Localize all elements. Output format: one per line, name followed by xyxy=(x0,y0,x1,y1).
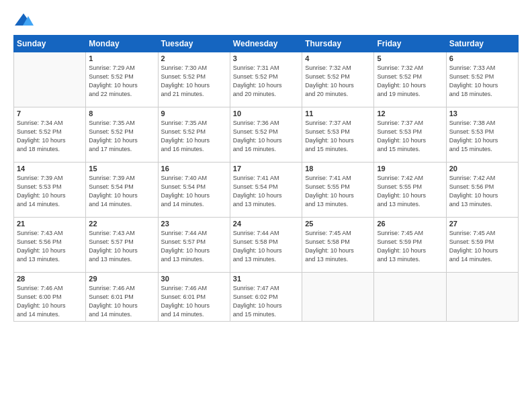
calendar-cell: 20Sunrise: 7:42 AMSunset: 5:56 PMDayligh… xyxy=(446,163,518,218)
day-number: 30 xyxy=(161,275,227,283)
calendar-week-row: 28Sunrise: 7:46 AMSunset: 6:00 PMDayligh… xyxy=(14,273,519,322)
day-number: 7 xyxy=(17,109,83,118)
day-info: Sunrise: 7:35 AMSunset: 5:52 PMDaylight:… xyxy=(161,119,227,154)
calendar-cell: 31Sunrise: 7:47 AMSunset: 6:02 PMDayligh… xyxy=(230,273,302,322)
day-number: 20 xyxy=(449,165,515,173)
day-number: 25 xyxy=(305,220,371,228)
day-number: 8 xyxy=(89,109,154,118)
calendar-cell: 14Sunrise: 7:39 AMSunset: 5:53 PMDayligh… xyxy=(14,163,86,218)
calendar-cell: 17Sunrise: 7:41 AMSunset: 5:54 PMDayligh… xyxy=(230,163,302,218)
day-number: 29 xyxy=(89,275,154,283)
day-info: Sunrise: 7:32 AMSunset: 5:52 PMDaylight:… xyxy=(305,64,371,99)
calendar-cell: 8Sunrise: 7:35 AMSunset: 5:52 PMDaylight… xyxy=(86,107,158,163)
header xyxy=(13,12,519,28)
day-info: Sunrise: 7:35 AMSunset: 5:52 PMDaylight:… xyxy=(89,119,154,154)
day-number: 28 xyxy=(17,275,83,283)
day-info: Sunrise: 7:31 AMSunset: 5:52 PMDaylight:… xyxy=(233,64,299,99)
day-info: Sunrise: 7:46 AMSunset: 6:00 PMDaylight:… xyxy=(17,284,83,319)
day-info: Sunrise: 7:45 AMSunset: 5:59 PMDaylight:… xyxy=(449,229,515,264)
calendar-cell: 2Sunrise: 7:30 AMSunset: 5:52 PMDaylight… xyxy=(158,52,230,107)
calendar-cell: 27Sunrise: 7:45 AMSunset: 5:59 PMDayligh… xyxy=(446,218,518,273)
calendar-cell: 6Sunrise: 7:33 AMSunset: 5:52 PMDaylight… xyxy=(446,52,518,107)
day-number: 16 xyxy=(161,165,227,173)
day-number: 23 xyxy=(161,220,227,228)
logo xyxy=(13,12,36,28)
day-info: Sunrise: 7:44 AMSunset: 5:57 PMDaylight:… xyxy=(161,229,227,264)
day-number: 2 xyxy=(161,54,227,62)
calendar-cell: 1Sunrise: 7:29 AMSunset: 5:52 PMDaylight… xyxy=(86,52,158,107)
day-info: Sunrise: 7:46 AMSunset: 6:01 PMDaylight:… xyxy=(161,284,227,319)
calendar-cell: 24Sunrise: 7:44 AMSunset: 5:58 PMDayligh… xyxy=(230,218,302,273)
day-number: 9 xyxy=(161,109,227,118)
day-number: 6 xyxy=(449,54,515,62)
calendar-cell: 18Sunrise: 7:41 AMSunset: 5:55 PMDayligh… xyxy=(302,163,374,218)
day-number: 17 xyxy=(233,165,299,173)
day-number: 12 xyxy=(377,109,443,118)
calendar-cell: 10Sunrise: 7:36 AMSunset: 5:52 PMDayligh… xyxy=(230,107,302,163)
weekday-header: Tuesday xyxy=(158,36,230,52)
day-info: Sunrise: 7:41 AMSunset: 5:54 PMDaylight:… xyxy=(233,174,299,209)
day-info: Sunrise: 7:34 AMSunset: 5:52 PMDaylight:… xyxy=(17,119,83,154)
calendar-table: SundayMondayTuesdayWednesdayThursdayFrid… xyxy=(13,35,519,322)
day-info: Sunrise: 7:47 AMSunset: 6:02 PMDaylight:… xyxy=(233,284,299,319)
day-info: Sunrise: 7:36 AMSunset: 5:52 PMDaylight:… xyxy=(233,119,299,154)
day-info: Sunrise: 7:37 AMSunset: 5:53 PMDaylight:… xyxy=(377,119,443,154)
logo-icon xyxy=(13,12,34,28)
day-info: Sunrise: 7:39 AMSunset: 5:54 PMDaylight:… xyxy=(89,174,154,209)
calendar-cell: 7Sunrise: 7:34 AMSunset: 5:52 PMDaylight… xyxy=(14,107,86,163)
day-number: 15 xyxy=(89,165,154,173)
day-number: 3 xyxy=(233,54,299,62)
calendar-cell: 9Sunrise: 7:35 AMSunset: 5:52 PMDaylight… xyxy=(158,107,230,163)
calendar-cell: 19Sunrise: 7:42 AMSunset: 5:55 PMDayligh… xyxy=(374,163,446,218)
day-info: Sunrise: 7:40 AMSunset: 5:54 PMDaylight:… xyxy=(161,174,227,209)
day-number: 13 xyxy=(449,109,515,118)
calendar-cell: 3Sunrise: 7:31 AMSunset: 5:52 PMDaylight… xyxy=(230,52,302,107)
calendar-cell: 22Sunrise: 7:43 AMSunset: 5:57 PMDayligh… xyxy=(86,218,158,273)
day-info: Sunrise: 7:39 AMSunset: 5:53 PMDaylight:… xyxy=(17,174,83,209)
day-number: 11 xyxy=(305,109,371,118)
day-info: Sunrise: 7:29 AMSunset: 5:52 PMDaylight:… xyxy=(89,64,154,99)
calendar-cell: 13Sunrise: 7:38 AMSunset: 5:53 PMDayligh… xyxy=(446,107,518,163)
calendar-cell: 21Sunrise: 7:43 AMSunset: 5:56 PMDayligh… xyxy=(14,218,86,273)
calendar-cell: 25Sunrise: 7:45 AMSunset: 5:58 PMDayligh… xyxy=(302,218,374,273)
calendar-cell: 5Sunrise: 7:32 AMSunset: 5:52 PMDaylight… xyxy=(374,52,446,107)
day-info: Sunrise: 7:32 AMSunset: 5:52 PMDaylight:… xyxy=(377,64,443,99)
calendar-cell: 28Sunrise: 7:46 AMSunset: 6:00 PMDayligh… xyxy=(14,273,86,322)
day-number: 22 xyxy=(89,220,154,228)
calendar-cell: 23Sunrise: 7:44 AMSunset: 5:57 PMDayligh… xyxy=(158,218,230,273)
weekday-header-row: SundayMondayTuesdayWednesdayThursdayFrid… xyxy=(14,36,519,52)
weekday-header: Monday xyxy=(86,36,158,52)
calendar-cell: 26Sunrise: 7:45 AMSunset: 5:59 PMDayligh… xyxy=(374,218,446,273)
day-info: Sunrise: 7:45 AMSunset: 5:59 PMDaylight:… xyxy=(377,229,443,264)
calendar-week-row: 14Sunrise: 7:39 AMSunset: 5:53 PMDayligh… xyxy=(14,163,519,218)
day-info: Sunrise: 7:33 AMSunset: 5:52 PMDaylight:… xyxy=(449,64,515,99)
day-number: 27 xyxy=(449,220,515,228)
calendar-cell: 12Sunrise: 7:37 AMSunset: 5:53 PMDayligh… xyxy=(374,107,446,163)
calendar-cell: 30Sunrise: 7:46 AMSunset: 6:01 PMDayligh… xyxy=(158,273,230,322)
calendar-cell: 29Sunrise: 7:46 AMSunset: 6:01 PMDayligh… xyxy=(86,273,158,322)
day-number: 26 xyxy=(377,220,443,228)
day-info: Sunrise: 7:30 AMSunset: 5:52 PMDaylight:… xyxy=(161,64,227,99)
calendar-week-row: 21Sunrise: 7:43 AMSunset: 5:56 PMDayligh… xyxy=(14,218,519,273)
day-number: 5 xyxy=(377,54,443,62)
calendar-cell: 4Sunrise: 7:32 AMSunset: 5:52 PMDaylight… xyxy=(302,52,374,107)
day-info: Sunrise: 7:43 AMSunset: 5:57 PMDaylight:… xyxy=(89,229,154,264)
day-number: 1 xyxy=(89,54,154,62)
day-number: 10 xyxy=(233,109,299,118)
day-info: Sunrise: 7:44 AMSunset: 5:58 PMDaylight:… xyxy=(233,229,299,264)
calendar-cell xyxy=(14,52,86,107)
day-number: 4 xyxy=(305,54,371,62)
day-info: Sunrise: 7:42 AMSunset: 5:55 PMDaylight:… xyxy=(377,174,443,209)
calendar-week-row: 7Sunrise: 7:34 AMSunset: 5:52 PMDaylight… xyxy=(14,107,519,163)
calendar-cell xyxy=(302,273,374,322)
day-number: 31 xyxy=(233,275,299,283)
day-info: Sunrise: 7:45 AMSunset: 5:58 PMDaylight:… xyxy=(305,229,371,264)
day-info: Sunrise: 7:43 AMSunset: 5:56 PMDaylight:… xyxy=(17,229,83,264)
day-info: Sunrise: 7:42 AMSunset: 5:56 PMDaylight:… xyxy=(449,174,515,209)
day-info: Sunrise: 7:41 AMSunset: 5:55 PMDaylight:… xyxy=(305,174,371,209)
day-info: Sunrise: 7:37 AMSunset: 5:53 PMDaylight:… xyxy=(305,119,371,154)
day-info: Sunrise: 7:46 AMSunset: 6:01 PMDaylight:… xyxy=(89,284,154,319)
calendar-cell: 16Sunrise: 7:40 AMSunset: 5:54 PMDayligh… xyxy=(158,163,230,218)
weekday-header: Sunday xyxy=(14,36,86,52)
day-number: 14 xyxy=(17,165,83,173)
